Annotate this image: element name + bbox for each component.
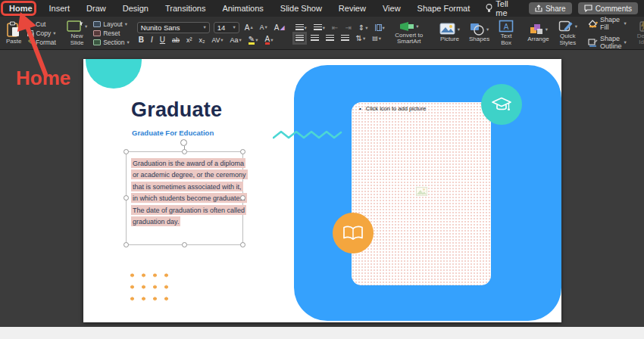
quick-styles-button[interactable]: ▾ Quick Styles [555,19,580,47]
chevron-down-icon: ▾ [85,23,87,30]
selection-handle[interactable] [123,195,129,201]
layout-label: Layout [103,20,123,28]
bullets-button[interactable]: ▾ [294,24,308,31]
menu-tab-transitions[interactable]: Transitions [157,0,214,17]
chevron-down-icon: ▾ [458,26,460,33]
new-slide-button[interactable]: ▾ New Slide [64,19,90,47]
selection-handle[interactable] [123,242,129,247]
menu-tab-draw[interactable]: Draw [78,0,114,17]
menu-tab-animations[interactable]: Animations [214,0,271,17]
italic-button[interactable]: I [149,36,155,44]
clear-formatting-button[interactable]: A◢ [273,23,286,32]
menu-tab-shape-format[interactable]: Shape Format [409,0,479,17]
convert-to-smartart-button[interactable]: ▾ Convert to SmartArt [389,20,429,46]
font-color-icon: A [265,36,270,45]
slide-subtitle[interactable]: Graduate For Education [132,129,214,137]
chevron-down-icon: ▾ [546,26,548,33]
insert-picture-icon[interactable] [416,187,427,196]
share-button[interactable]: Share [529,2,572,14]
reset-button[interactable]: Reset [93,30,130,37]
selection-handle[interactable] [240,242,245,247]
outline-pencil-icon [588,39,598,47]
shape-fill-button[interactable]: Shape Fill ▾ [588,16,627,31]
shapes-label: Shapes [469,36,489,43]
change-case-button[interactable]: Aa▾ [229,36,243,44]
body-text-box[interactable]: Graduation is the award of a diploma or … [126,151,243,245]
line-spacing-icon: ⇕ [358,23,364,32]
picture-placeholder[interactable]: • Click icon to add picture [352,102,491,285]
menu-tab-review[interactable]: Review [330,0,374,17]
strikethrough-button[interactable]: ab [170,36,181,44]
comment-icon [584,5,592,12]
picture-button[interactable]: ▾ Picture [436,22,463,44]
menu-tab-slideshow[interactable]: Slide Show [272,0,330,17]
new-slide-icon [67,20,83,33]
selection-handle[interactable] [182,242,187,247]
align-text-button[interactable]: ▤▾ [370,35,383,42]
shapes-button[interactable]: ▾ Shapes [466,22,492,44]
book-badge[interactable] [333,213,374,253]
text-direction-button[interactable]: ⇅▾ [355,34,367,42]
zigzag-line-shape [273,129,342,142]
text-box-button[interactable]: A Text Box [496,19,517,47]
decrease-indent-button[interactable]: ⇤ [330,23,339,32]
share-label: Share [546,5,566,13]
menu-tab-design[interactable]: Design [114,0,157,17]
chevron-down-icon: ▾ [125,21,127,27]
numbered-list-icon [314,24,322,31]
highlight-color-button[interactable]: ✎▾ [247,36,260,45]
teal-circle-shape[interactable] [86,59,142,89]
character-spacing-button[interactable]: AV▾ [211,36,225,44]
slide[interactable]: Graduate Graduate For Education Graduati… [83,59,561,322]
section-button[interactable]: Section ▾ [93,39,130,46]
rotation-handle[interactable] [180,139,187,146]
increase-indent-button[interactable]: ⇥ [343,23,352,32]
align-center-button[interactable] [309,35,320,42]
ribbon-group-slides: ▾ New Slide Layout ▾ Reset Section ▾ [61,17,133,49]
comments-label: Comments [596,5,632,13]
body-line: that is sometimes associated with it, [131,181,239,193]
selection-handle[interactable] [240,195,245,201]
align-right-button[interactable] [324,35,336,42]
lightbulb-icon [486,4,492,13]
justify-button[interactable] [339,35,351,42]
orange-dots-decoration [125,268,175,307]
font-name-select[interactable]: Nunito Sans ▾ [137,22,210,33]
arrange-button[interactable]: ▾ Arrange [524,22,552,44]
font-color-button[interactable]: A▾ [264,36,275,45]
tell-me-button[interactable]: Tell me [478,0,529,17]
smartart-icon [399,21,414,32]
font-name-value: Nunito Sans [141,23,201,32]
chevron-down-icon: ▾ [624,39,626,45]
chevron-down-icon: ▾ [486,26,489,33]
shapes-icon [470,23,485,36]
slide-title[interactable]: Graduate [131,98,222,122]
picture-icon [439,23,456,36]
chevron-down-icon: ▾ [233,24,236,30]
font-size-select[interactable]: 14 ▾ [214,22,239,33]
selection-handle[interactable] [240,149,245,154]
underline-button[interactable]: U [158,36,167,44]
numbering-button[interactable]: ▾ [312,24,327,31]
svg-text:A: A [504,23,509,31]
convert-to-smartart-label: Convert to SmartArt [392,33,426,45]
line-spacing-button[interactable]: ⇕▾ [357,23,370,32]
comments-button[interactable]: Comments [578,2,638,14]
align-left-button[interactable] [294,35,305,42]
subscript-button[interactable]: x₂ [198,36,207,44]
menu-tab-view[interactable]: View [374,0,409,17]
selection-handle[interactable] [182,149,187,154]
design-ideas-button[interactable]: Design Ideas [634,20,644,47]
open-book-icon [342,225,364,241]
selection-handle[interactable] [123,149,129,154]
columns-button[interactable]: ▾ [374,24,386,31]
shape-outline-button[interactable]: Shape Outline ▾ [588,35,627,50]
decrease-font-button[interactable]: A▾ [258,23,269,31]
ribbon-group-font: Nunito Sans ▾ 14 ▾ A▴ A▾ A◢ B I U ab [134,17,289,49]
increase-font-button[interactable]: A▴ [243,23,255,32]
superscript-button[interactable]: x² [185,36,194,44]
bold-button[interactable]: B [137,36,145,44]
graduation-cap-badge[interactable] [481,84,522,125]
layout-button[interactable]: Layout ▾ [93,20,130,28]
design-ideas-icon [638,20,644,33]
